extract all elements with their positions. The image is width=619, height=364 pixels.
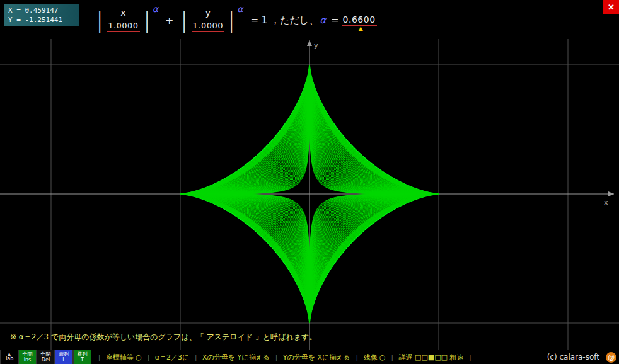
abs-bar: | [97, 9, 101, 31]
button-label: 横列 [78, 351, 88, 357]
vertical-column-button[interactable]: 縦列 L [55, 350, 73, 364]
abs-bar: | [229, 9, 233, 31]
separator: ｜ [273, 353, 280, 362]
alpha-value-text: 0.6600 [343, 14, 376, 25]
numerator-y: y [195, 8, 221, 20]
svg-text:y: y [314, 42, 318, 50]
close-all-del-button[interactable]: 全閉 Del [37, 350, 55, 364]
separator: ｜ [192, 353, 199, 362]
abs-bar: | [182, 9, 187, 31]
button-key-label: L [62, 357, 65, 363]
menu-item-match-x-denominator[interactable]: Xの分母を Yに揃える [202, 353, 270, 362]
separator: ｜ [389, 353, 396, 362]
svg-text:x: x [604, 198, 608, 207]
top-bar: X = 0.459147 Y = -1.251441 | x 1.0000 | … [0, 0, 619, 40]
menu-item-axes-toggle[interactable]: 座標軸等 ○ [106, 353, 142, 362]
toolbar-menu: ｜ 座標軸等 ○ ｜ α＝2／3に ｜ Xの分母を Yに揃える ｜ Yの分母を … [93, 350, 477, 364]
tab-button[interactable]: ▲ Tab [0, 350, 18, 364]
fraction-y: y 1.0000 [192, 8, 225, 32]
button-label: 縦列 [59, 351, 69, 357]
denominator-x[interactable]: 1.0000 [107, 20, 140, 32]
button-label: 全開 [23, 351, 33, 357]
button-key-label: Ins [24, 357, 32, 363]
exponent-alpha: α [237, 4, 243, 14]
button-key-label: Del [42, 357, 50, 363]
denominator-y[interactable]: 1.0000 [192, 20, 225, 32]
alpha-equals: = [331, 14, 339, 26]
menu-item-afterimage-toggle[interactable]: 残像 ○ [364, 353, 386, 362]
abs-bar: | [144, 9, 149, 31]
copyright-text: (c) calara-soft [547, 353, 599, 361]
close-button[interactable]: ✕ [603, 0, 619, 14]
separator: ｜ [96, 353, 103, 362]
separator: ｜ [354, 353, 361, 362]
bottom-toolbar: ▲ Tab 全開 Ins 全閉 Del 縦列 L 横列 T ｜ 座標軸等 ○ ｜… [0, 350, 619, 364]
menu-item-speed-selector[interactable]: 詳遅 □□■□□ 粗速 [399, 353, 464, 362]
menu-item-alpha-two-thirds[interactable]: α＝2／3に [155, 353, 190, 362]
tab-button-label: Tab [5, 356, 14, 361]
graph-area[interactable]: yx ※ α＝2／3 で両分母の係数が等しい場合のグラフは、「 アステロイド 」… [0, 39, 619, 350]
fraction-x: x 1.0000 [107, 8, 140, 32]
alpha-value[interactable]: 0.6600 ▲ [342, 14, 377, 26]
graph-canvas[interactable]: yx [0, 39, 619, 350]
alpha-symbol: α [320, 14, 326, 26]
open-all-ins-button[interactable]: 全開 Ins [18, 350, 37, 364]
plus-operator: + [165, 14, 173, 26]
alpha-slider-marker-icon[interactable]: ▲ [359, 26, 363, 31]
numerator-x: x [110, 8, 136, 20]
equation-rhs: = 1 ，ただし、 [250, 14, 318, 26]
horizontal-row-button[interactable]: 横列 T [73, 350, 91, 364]
coord-y-value: Y = -1.251441 [8, 15, 75, 25]
footnote: ※ α＝2／3 で両分母の係数が等しい場合のグラフは、「 アステロイド 」と呼ば… [10, 332, 316, 343]
separator: ｜ [145, 353, 152, 362]
toolbar-right: (c) calara-soft @ [547, 350, 619, 364]
button-key-label: T [81, 357, 84, 363]
at-button[interactable]: @ [606, 352, 616, 363]
separator: ｜ [466, 353, 473, 362]
button-label: 全閉 [41, 351, 51, 357]
equation-display: | x 1.0000 | α + | y 1.0000 | α = 1 ，ただし… [95, 4, 377, 37]
coordinate-readout: X = 0.459147 Y = -1.251441 [4, 4, 79, 26]
menu-item-match-y-denominator[interactable]: Yの分母を Xに揃える [283, 353, 350, 362]
coord-x-value: X = 0.459147 [8, 6, 75, 15]
exponent-alpha: α [153, 4, 158, 14]
